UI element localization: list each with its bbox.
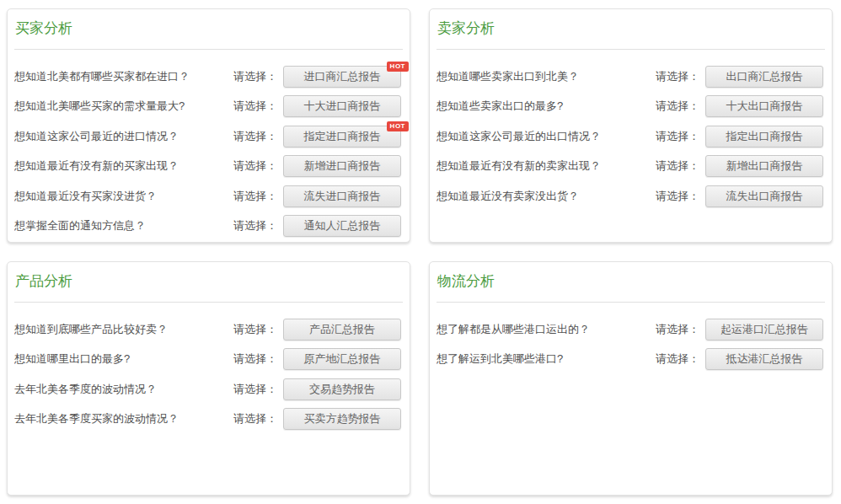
- analysis-row: 想知道哪些卖家出口到北美？ 请选择： 出口商汇总报告: [430, 62, 832, 92]
- report-button[interactable]: 抵达港汇总报告: [705, 348, 823, 370]
- report-button[interactable]: 原产地汇总报告: [283, 348, 401, 370]
- question-text: 想知道最近有没有新的卖家出现？: [437, 158, 656, 174]
- analysis-row: 想了解运到北美哪些港口? 请选择： 抵达港汇总报告: [430, 345, 832, 375]
- panel-rows: 想了解都是从哪些港口运出的？ 请选择： 起运港口汇总报告 想了解运到北美哪些港口…: [430, 314, 832, 374]
- question-text: 想知道最近没有买家没进货？: [14, 189, 233, 204]
- panel-title: 卖家分析: [437, 19, 824, 39]
- select-label: 请选择：: [233, 129, 277, 144]
- hot-badge: HOT: [387, 121, 409, 131]
- report-button[interactable]: 指定进口商报告HOT: [283, 126, 401, 147]
- panel-rows: 想知道到底哪些产品比较好卖？ 请选择： 产品汇总报告 想知道哪里出口的最多? 请…: [8, 314, 410, 434]
- select-label: 请选择：: [656, 189, 699, 204]
- analysis-row: 去年北美各季度买家的波动情况？ 请选择： 买卖方趋势报告: [8, 405, 410, 435]
- report-button[interactable]: 新增出口商报告: [705, 155, 823, 177]
- select-label: 请选择：: [233, 351, 277, 367]
- report-button[interactable]: 起运港口汇总报告: [705, 319, 823, 340]
- panel-product-analysis: 产品分析 想知道到底哪些产品比较好卖？ 请选择： 产品汇总报告 想知道哪里出口的…: [7, 261, 410, 496]
- analysis-row: 想知道最近没有卖家没出货？ 请选择： 流失出口商报告: [430, 181, 832, 212]
- panel-title-divider: [14, 49, 403, 50]
- panel-rows: 想知道北美都有哪些买家都在进口？ 请选择： 进口商汇总报告HOT 想知道北美哪些…: [8, 62, 410, 241]
- analysis-row: 想知道最近没有买家没进货？ 请选择： 流失进口商报告: [8, 181, 410, 212]
- panel-title-divider: [14, 302, 403, 303]
- select-label: 请选择：: [656, 158, 699, 174]
- select-label: 请选择：: [233, 158, 277, 174]
- select-label: 请选择：: [656, 351, 699, 367]
- panel-buyer-analysis: 买家分析 想知道北美都有哪些买家都在进口？ 请选择： 进口商汇总报告HOT 想知…: [7, 8, 410, 243]
- report-button[interactable]: 流失进口商报告: [283, 185, 401, 207]
- panel-title: 物流分析: [437, 271, 824, 292]
- question-text: 想掌握全面的通知方信息？: [14, 218, 233, 233]
- question-text: 想知道北美都有哪些买家都在进口？: [14, 69, 233, 84]
- select-label: 请选择：: [233, 322, 277, 337]
- report-button[interactable]: 十大出口商报告: [705, 95, 823, 117]
- panel-title: 买家分析: [15, 19, 402, 39]
- report-button[interactable]: 买卖方趋势报告: [283, 408, 401, 430]
- analysis-row: 想知道这家公司最近的出口情况？ 请选择： 指定出口商报告: [430, 121, 832, 152]
- question-text: 想知道哪里出口的最多?: [14, 351, 233, 367]
- select-label: 请选择：: [656, 129, 699, 144]
- analysis-row: 想了解都是从哪些港口运出的？ 请选择： 起运港口汇总报告: [430, 314, 832, 345]
- select-label: 请选择：: [656, 69, 699, 84]
- analysis-row: 想知道这家公司最近的进口情况？ 请选择： 指定进口商报告HOT: [8, 121, 410, 152]
- analysis-row: 想掌握全面的通知方信息？ 请选择： 通知人汇总报告: [8, 212, 410, 242]
- select-label: 请选择：: [656, 99, 699, 114]
- question-text: 想知道到底哪些产品比较好卖？: [14, 322, 233, 337]
- analysis-panels-grid: 买家分析 想知道北美都有哪些买家都在进口？ 请选择： 进口商汇总报告HOT 想知…: [7, 8, 833, 496]
- panel-rows: 想知道哪些卖家出口到北美？ 请选择： 出口商汇总报告 想知道些卖家出口的最多? …: [430, 62, 832, 212]
- select-label: 请选择：: [233, 218, 277, 233]
- hot-badge: HOT: [387, 62, 409, 72]
- analysis-row: 想知道最近有没有新的买家出现？ 请选择： 新增进口商报告: [8, 152, 410, 182]
- select-label: 请选择：: [233, 99, 277, 114]
- analysis-row: 想知道些卖家出口的最多? 请选择： 十大出口商报告: [430, 92, 832, 122]
- question-text: 去年北美各季度买家的波动情况？: [14, 411, 233, 426]
- select-label: 请选择：: [656, 322, 699, 337]
- analysis-row: 想知道北美哪些买家的需求量最大? 请选择： 十大进口商报告: [8, 92, 410, 122]
- analysis-row: 去年北美各季度的波动情况？ 请选择： 交易趋势报告: [8, 374, 410, 405]
- report-button[interactable]: 流失出口商报告: [705, 185, 823, 207]
- panel-title-divider: [437, 49, 825, 50]
- select-label: 请选择：: [233, 382, 277, 397]
- select-label: 请选择：: [233, 69, 277, 84]
- question-text: 去年北美各季度的波动情况？: [14, 382, 233, 397]
- analysis-row: 想知道最近有没有新的卖家出现？ 请选择： 新增出口商报告: [430, 152, 832, 182]
- report-button[interactable]: 通知人汇总报告: [283, 215, 401, 237]
- panel-seller-analysis: 卖家分析 想知道哪些卖家出口到北美？ 请选择： 出口商汇总报告 想知道些卖家出口…: [429, 8, 833, 243]
- report-button[interactable]: 指定出口商报告: [705, 126, 823, 147]
- question-text: 想知道这家公司最近的出口情况？: [437, 129, 656, 144]
- question-text: 想知道北美哪些买家的需求量最大?: [14, 99, 233, 114]
- report-button[interactable]: 出口商汇总报告: [705, 66, 823, 88]
- question-text: 想知道最近没有卖家没出货？: [437, 189, 656, 204]
- select-label: 请选择：: [233, 411, 277, 426]
- analysis-row: 想知道到底哪些产品比较好卖？ 请选择： 产品汇总报告: [8, 314, 410, 345]
- report-button[interactable]: 十大进口商报告: [283, 95, 401, 117]
- question-text: 想知道这家公司最近的进口情况？: [14, 129, 233, 144]
- report-button[interactable]: 交易趋势报告: [283, 378, 401, 400]
- panel-title-divider: [437, 302, 825, 303]
- question-text: 想知道哪些卖家出口到北美？: [437, 69, 656, 84]
- question-text: 想知道最近有没有新的买家出现？: [14, 158, 233, 174]
- report-button[interactable]: 产品汇总报告: [283, 319, 401, 340]
- question-text: 想了解运到北美哪些港口?: [437, 351, 656, 367]
- analysis-row: 想知道北美都有哪些买家都在进口？ 请选择： 进口商汇总报告HOT: [8, 62, 410, 92]
- analysis-row: 想知道哪里出口的最多? 请选择： 原产地汇总报告: [8, 345, 410, 375]
- panel-logistics-analysis: 物流分析 想了解都是从哪些港口运出的？ 请选择： 起运港口汇总报告 想了解运到北…: [429, 261, 833, 496]
- question-text: 想知道些卖家出口的最多?: [437, 99, 656, 114]
- select-label: 请选择：: [233, 189, 277, 204]
- report-button[interactable]: 新增进口商报告: [283, 155, 401, 177]
- panel-title: 产品分析: [15, 271, 402, 292]
- report-button[interactable]: 进口商汇总报告HOT: [283, 66, 401, 88]
- question-text: 想了解都是从哪些港口运出的？: [437, 322, 656, 337]
